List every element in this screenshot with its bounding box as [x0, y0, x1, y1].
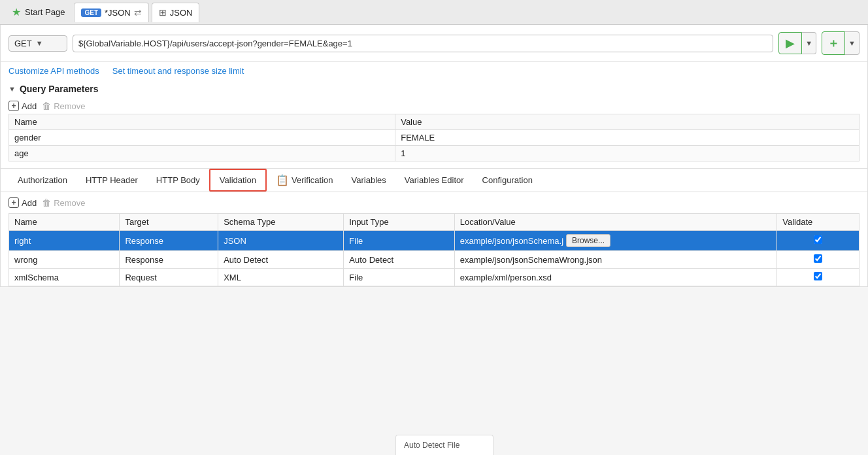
tab-bar: ★ Start Page GET *JSON ⇄ ⊞ JSON: [0, 0, 868, 25]
tab-verification[interactable]: 📋 Verification: [267, 169, 342, 192]
tab-http-body[interactable]: HTTP Body: [147, 170, 209, 190]
tab-json-label: *JSON: [105, 8, 131, 18]
validate-checkbox[interactable]: [814, 272, 822, 280]
links-row: Customize API methods Set timeout and re…: [1, 62, 867, 80]
param-value: 1: [395, 146, 860, 161]
col-value-header: Value: [395, 114, 860, 130]
val-row-input-type: Auto Detect: [344, 251, 454, 269]
location-text: example/json/jsonSchema.j: [460, 236, 563, 246]
table-row[interactable]: right Response JSON File example/json/js…: [9, 231, 860, 251]
verification-icon: 📋: [276, 174, 289, 186]
query-add-button[interactable]: + Add: [8, 101, 37, 111]
method-arrow-icon: ▼: [36, 39, 43, 47]
tab-validation[interactable]: Validation: [209, 169, 267, 192]
param-name: age: [9, 146, 395, 161]
val-row-validate[interactable]: [777, 251, 860, 269]
val-location: example/json/jsonSchemaWrong.json: [454, 251, 776, 269]
query-params-toolbar: + Add 🗑 Remove: [1, 98, 867, 114]
validate-checkbox[interactable]: [814, 235, 822, 244]
get-badge: GET: [81, 8, 101, 17]
tab-json-get[interactable]: GET *JSON ⇄: [74, 3, 148, 22]
validation-toolbar: + Add 🗑 Remove: [1, 192, 867, 213]
method-label: GET: [14, 39, 32, 48]
query-params-table: Name Value gender FEMALEage 1: [8, 114, 860, 161]
query-add-label: Add: [22, 101, 37, 111]
table-row[interactable]: wrong Response Auto Detect Auto Detect e…: [9, 251, 860, 269]
val-col-location: Location/Value: [454, 214, 776, 231]
run-button[interactable]: ▶: [778, 32, 802, 54]
param-value: FEMALE: [395, 130, 860, 146]
val-col-name: Name: [9, 214, 120, 231]
tab-configuration[interactable]: Configuration: [473, 170, 542, 190]
tab-http-header[interactable]: HTTP Header: [76, 170, 147, 190]
val-row-validate[interactable]: [777, 231, 860, 251]
val-row-schema-type: Auto Detect: [218, 251, 344, 269]
trash-icon: 🗑: [42, 101, 51, 111]
validation-add-button[interactable]: + Add: [8, 197, 37, 208]
validation-remove-label: Remove: [54, 198, 85, 208]
val-location: example/xml/person.xsd: [454, 269, 776, 286]
val-col-schema-type: Schema Type: [218, 214, 344, 231]
val-row-validate[interactable]: [777, 269, 860, 286]
shuffle-icon: ⇄: [134, 7, 142, 18]
run-button-group: ▶ ▼: [778, 32, 816, 54]
customize-api-link[interactable]: Customize API methods: [8, 66, 99, 76]
col-name-header: Name: [9, 114, 395, 130]
url-bar: GET ▼ ▶ ▼ ＋ ▼: [1, 25, 867, 62]
start-page-label: Start Page: [25, 7, 65, 17]
bottom-tab-bar: Authorization HTTP Header HTTP Body Vali…: [1, 168, 867, 192]
auto-detect-file-panel: Auto Detect File: [395, 435, 493, 455]
query-remove-label: Remove: [54, 101, 85, 111]
val-row-target: Response: [120, 251, 218, 269]
browse-button[interactable]: Browse...: [566, 234, 610, 247]
val-col-validate: Validate: [777, 214, 860, 231]
tab-verification-label: Verification: [292, 175, 333, 185]
trash-icon2: 🗑: [42, 197, 51, 208]
val-row-schema-type: XML: [218, 269, 344, 286]
tab-variables[interactable]: Variables: [342, 170, 395, 190]
plus-circle-icon: +: [8, 101, 19, 111]
table-row: gender FEMALE: [9, 130, 860, 146]
val-location: example/json/jsonSchema.j Browse...: [454, 231, 776, 251]
tab-json[interactable]: ⊞ JSON: [152, 3, 200, 22]
star-icon: ★: [12, 6, 21, 18]
method-dropdown[interactable]: GET ▼: [8, 35, 67, 52]
val-row-schema-type: JSON: [218, 231, 344, 251]
query-remove-button[interactable]: 🗑 Remove: [42, 101, 85, 111]
validation-remove-button[interactable]: 🗑 Remove: [42, 197, 85, 208]
query-params-section-header: ▼ Query Parameters: [1, 80, 867, 98]
add-new-dropdown-button[interactable]: ▼: [845, 31, 860, 55]
plus-circle-icon2: +: [8, 197, 19, 208]
tab-json2-label: JSON: [170, 8, 193, 18]
val-row-input-type: File: [344, 231, 454, 251]
val-col-target: Target: [120, 214, 218, 231]
validation-table: Name Target Schema Type Input Type Locat…: [8, 213, 860, 286]
collapse-triangle-icon[interactable]: ▼: [8, 85, 16, 93]
val-row-name: wrong: [9, 251, 120, 269]
tab-variables-editor[interactable]: Variables Editor: [395, 170, 473, 190]
validate-checkbox[interactable]: [814, 254, 822, 263]
main-content: GET ▼ ▶ ▼ ＋ ▼ Customize API methods Set …: [0, 25, 868, 287]
val-row-target: Response: [120, 231, 218, 251]
param-name: gender: [9, 130, 395, 146]
grid-icon: ⊞: [159, 7, 167, 18]
val-row-input-type: File: [344, 269, 454, 286]
url-input[interactable]: [73, 35, 773, 52]
validation-add-label: Add: [22, 198, 37, 208]
auto-detect-label: Auto Detect File: [404, 441, 459, 450]
table-row[interactable]: xmlSchema Request XML File example/xml/p…: [9, 269, 860, 286]
plus-button-group: ＋ ▼: [822, 31, 860, 55]
set-timeout-link[interactable]: Set timeout and response size limit: [112, 66, 244, 76]
run-dropdown-button[interactable]: ▼: [802, 32, 816, 54]
table-row: age 1: [9, 146, 860, 161]
query-params-title: Query Parameters: [20, 84, 99, 94]
val-row-name: right: [9, 231, 120, 251]
add-new-button[interactable]: ＋: [822, 31, 845, 55]
val-col-input-type: Input Type: [344, 214, 454, 231]
val-row-target: Request: [120, 269, 218, 286]
tab-start-page[interactable]: ★ Start Page: [5, 3, 71, 21]
tab-authorization[interactable]: Authorization: [8, 170, 76, 190]
val-row-name: xmlSchema: [9, 269, 120, 286]
